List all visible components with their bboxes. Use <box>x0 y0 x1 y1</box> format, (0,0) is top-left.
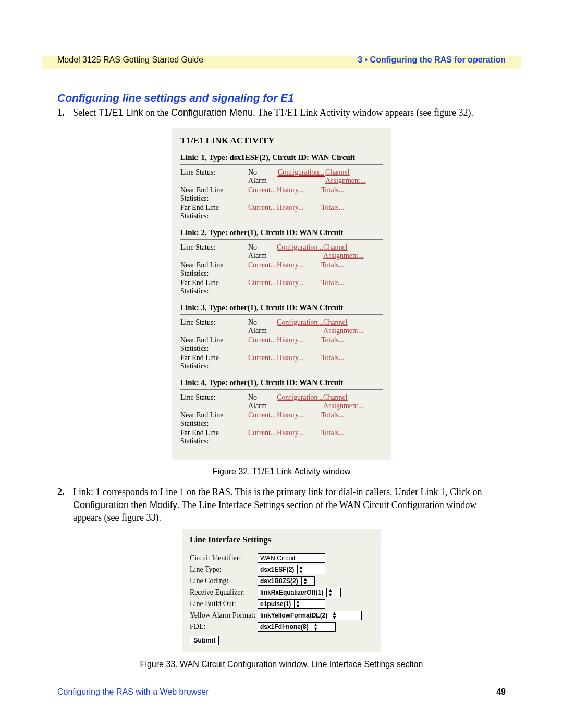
yellow-alarm-format-select[interactable]: linkYellowFormatDL(2) ▴▾ <box>258 611 362 620</box>
totals-link[interactable]: Totals... <box>321 204 345 212</box>
history-link[interactable]: History... <box>277 279 304 287</box>
field-circuit-identifier: Circuit Identifier: <box>190 552 373 564</box>
field-fdl: FDL: dsx1Fdl-none(8) ▴▾ <box>190 621 373 633</box>
select-arrows-icon: ▴▾ <box>331 611 336 620</box>
configuration-link[interactable]: Configuration... <box>277 318 323 326</box>
link-block-heading: Link: 1, Type: dsx1ESF(2), Circuit ID: W… <box>180 153 383 165</box>
receive-equalizer-select[interactable]: linkRxEqualizerOff(1) ▴▾ <box>258 588 341 597</box>
step-number: 1. <box>57 106 73 119</box>
field-receive-equalizer: Receive Equalizer: linkRxEqualizerOff(1)… <box>190 587 373 598</box>
submit-button[interactable]: Submit <box>190 636 219 645</box>
line-status-value: No Alarm <box>248 393 277 410</box>
field-label: Line Coding: <box>190 577 258 585</box>
channel-assignment-link[interactable]: Channel Assignment... <box>323 393 363 410</box>
line-status-value: No Alarm <box>248 243 277 260</box>
circuit-identifier-input[interactable] <box>258 553 325 563</box>
document-page: Model 3125 RAS Getting Started Guide 3 •… <box>0 0 563 728</box>
totals-link[interactable]: Totals... <box>321 411 345 419</box>
history-link[interactable]: History... <box>277 261 304 269</box>
near-end-stats-row: Near End Line Statistics:Current...Histo… <box>180 186 383 203</box>
totals-link[interactable]: Totals... <box>321 186 345 194</box>
select-arrows-icon: ▴▾ <box>297 565 302 574</box>
select-arrows-icon: ▴▾ <box>301 577 307 585</box>
row-label: Line Status: <box>180 393 248 402</box>
page-number: 49 <box>496 687 506 697</box>
ui-ref: Modify <box>150 500 177 510</box>
history-link[interactable]: History... <box>277 411 304 419</box>
current-link[interactable]: Current... <box>248 411 276 419</box>
line-coding-select[interactable]: dsx1B8ZS(2) ▴▾ <box>258 576 315 586</box>
line-type-select[interactable]: dsx1ESF(2) ▴▾ <box>258 565 325 574</box>
field-label: Yellow Alarm Format: <box>190 611 258 620</box>
line-status-value: No Alarm <box>248 318 277 335</box>
figure-32-caption: Figure 32. T1/E1 Link Activity window <box>57 467 506 476</box>
current-link[interactable]: Current... <box>248 186 276 194</box>
link-block-2: Link: 2, Type: other(1), Circuit ID: WAN… <box>180 228 383 296</box>
field-label: Circuit Identifier: <box>190 554 258 562</box>
line-interface-settings-panel: Line Interface Settings Circuit Identifi… <box>182 529 381 652</box>
field-label: Receive Equalizer: <box>190 588 258 597</box>
fdl-select[interactable]: dsx1Fdl-none(8) ▴▾ <box>258 622 336 632</box>
row-label: Line Status: <box>180 243 248 252</box>
current-link[interactable]: Current... <box>248 261 276 269</box>
ui-ref: Configuration <box>73 500 129 510</box>
history-link[interactable]: History... <box>277 354 304 362</box>
step-text: Select T1/E1 Link on the Configuration M… <box>73 106 506 119</box>
body-text: 1. Select T1/E1 Link on the Configuratio… <box>57 106 506 119</box>
channel-assignment-link[interactable]: Channel Assignment... <box>323 318 363 335</box>
current-link[interactable]: Current... <box>248 204 276 212</box>
body-text: 2. Link: 1 corresponds to Line 1 on the … <box>57 486 506 524</box>
configuration-link[interactable]: Configuration... <box>277 243 323 251</box>
line-status-row: Line Status:No AlarmConfiguration...Chan… <box>180 168 383 186</box>
configuration-link[interactable]: Configuration... <box>277 168 325 177</box>
select-arrows-icon: ▴▾ <box>326 588 332 597</box>
totals-link[interactable]: Totals... <box>321 336 345 344</box>
step-number: 2. <box>57 486 73 524</box>
line-build-out-select[interactable]: e1pulse(1) ▴▾ <box>258 599 325 609</box>
menu-ref: Configuration Menu <box>171 107 253 118</box>
figure-32-wrap: T1/E1 LINK ACTIVITY Link: 1, Type: dsx1E… <box>57 128 506 460</box>
history-link[interactable]: History... <box>277 204 304 212</box>
field-label: FDL: <box>190 623 258 631</box>
history-link[interactable]: History... <box>277 336 304 344</box>
page-header: Model 3125 RAS Getting Started Guide 3 •… <box>57 55 506 65</box>
field-line-build-out: Line Build Out: e1pulse(1) ▴▾ <box>190 598 373 610</box>
totals-link[interactable]: Totals... <box>321 261 345 269</box>
row-label: Far End Line Statistics: <box>180 204 248 220</box>
page-footer: Configuring the RAS with a Web browser 4… <box>57 687 506 697</box>
row-label: Near End Line Statistics: <box>180 186 248 203</box>
row-label: Near End Line Statistics: <box>180 336 248 353</box>
step-1: 1. Select T1/E1 Link on the Configuratio… <box>57 106 506 119</box>
link-block-heading: Link: 3, Type: other(1), Circuit ID: WAN… <box>180 303 383 315</box>
history-link[interactable]: History... <box>277 429 304 437</box>
link-block-heading: Link: 4, Type: other(1), Circuit ID: WAN… <box>180 378 383 390</box>
totals-link[interactable]: Totals... <box>321 429 345 437</box>
near-end-stats-row: Near End Line Statistics:Current...Histo… <box>180 261 383 278</box>
link-block-heading: Link: 2, Type: other(1), Circuit ID: WAN… <box>180 228 383 240</box>
field-line-type: Line Type: dsx1ESF(2) ▴▾ <box>190 564 373 575</box>
totals-link[interactable]: Totals... <box>321 354 345 362</box>
current-link[interactable]: Current... <box>248 279 276 287</box>
section-heading: Configuring line settings and signaling … <box>57 92 506 104</box>
far-end-stats-row: Far End Line Statistics:Current...Histor… <box>180 428 383 446</box>
panel-title: T1/E1 LINK ACTIVITY <box>180 135 383 146</box>
configuration-link[interactable]: Configuration... <box>277 393 323 401</box>
current-link[interactable]: Current... <box>248 429 276 437</box>
channel-assignment-link[interactable]: Channel Assignment... <box>325 168 365 184</box>
line-status-row: Line Status:No AlarmConfiguration...Chan… <box>180 393 383 411</box>
far-end-stats-row: Far End Line Statistics:Current...Histor… <box>180 278 383 296</box>
current-link[interactable]: Current... <box>248 354 276 362</box>
totals-link[interactable]: Totals... <box>321 279 345 287</box>
row-label: Near End Line Statistics: <box>180 261 248 278</box>
link-block-1: Link: 1, Type: dsx1ESF(2), Circuit ID: W… <box>180 153 383 221</box>
field-label: Line Build Out: <box>190 600 258 608</box>
row-label: Far End Line Statistics: <box>180 279 248 295</box>
channel-assignment-link[interactable]: Channel Assignment... <box>323 243 363 260</box>
link-block-4: Link: 4, Type: other(1), Circuit ID: WAN… <box>180 378 383 446</box>
row-label: Line Status: <box>180 168 248 177</box>
far-end-stats-row: Far End Line Statistics:Current...Histor… <box>180 353 383 371</box>
history-link[interactable]: History... <box>277 186 304 194</box>
line-status-row: Line Status:No AlarmConfiguration...Chan… <box>180 243 383 261</box>
current-link[interactable]: Current... <box>248 336 276 344</box>
near-end-stats-row: Near End Line Statistics:Current...Histo… <box>180 336 383 353</box>
